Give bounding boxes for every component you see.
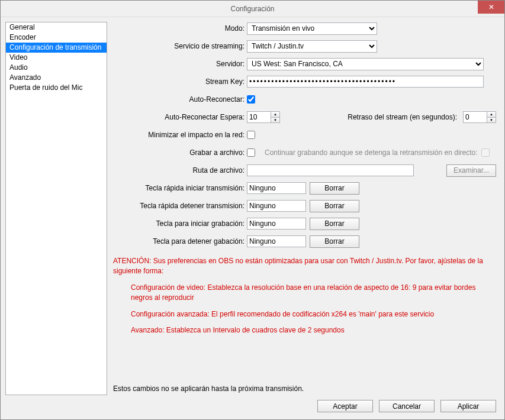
service-select[interactable]: Twitch / Justin.tv	[247, 40, 377, 53]
hk-start-stream-label: Tecla rápida iniciar transmisión:	[111, 184, 247, 192]
stream-delay-input[interactable]	[463, 111, 487, 123]
apply-button[interactable]: Aplicar	[440, 400, 496, 412]
spinner-down-icon[interactable]: ▼	[487, 118, 496, 123]
hk-start-record-clear-button[interactable]: Borrar	[310, 218, 359, 230]
spinner-down-icon[interactable]: ▼	[271, 118, 279, 123]
filepath-input	[247, 164, 414, 176]
browse-button: Examinar...	[446, 164, 496, 177]
autoreconnect-label: Auto-Reconectar:	[111, 95, 247, 104]
autoreconnect-wait-input[interactable]	[247, 111, 271, 123]
hk-start-stream-clear-button[interactable]: Borrar	[310, 182, 359, 195]
hk-stop-stream-input[interactable]	[247, 200, 306, 212]
hk-start-record-input[interactable]	[247, 218, 306, 230]
ok-button[interactable]: Aceptar	[317, 400, 373, 412]
hk-stop-record-input[interactable]	[247, 235, 306, 247]
hk-stop-stream-label: Tecla rápida detener transmision:	[111, 202, 247, 210]
apply-note: Estos cambios no se aplicarán hasta la p…	[111, 382, 496, 395]
warning-line-4: Avanzado: Establezca un Intervalo de cua…	[113, 325, 494, 335]
window-body: General Encoder Configuración de transmi…	[1, 17, 504, 419]
mode-select[interactable]: Transmisión en vivo	[247, 22, 377, 35]
stream-delay-spinner[interactable]: ▲ ▼	[463, 111, 496, 123]
window-title: Configuración	[1, 5, 504, 13]
sidebar-item-general[interactable]: General	[6, 22, 107, 33]
category-sidebar[interactable]: General Encoder Configuración de transmi…	[5, 22, 107, 395]
warning-line-1: ATENCIÓN: Sus preferencias en OBS no est…	[113, 256, 494, 277]
dialog-buttons: Aceptar Cancelar Aplicar	[5, 395, 500, 415]
close-icon: ✕	[488, 3, 494, 11]
streamkey-input[interactable]	[247, 76, 484, 88]
hk-stop-record-label: Tecla para detener gabación:	[111, 237, 247, 245]
autoreconnect-wait-label: Auto-Reconectar Espera:	[111, 113, 247, 121]
main-area: General Encoder Configuración de transmi…	[5, 22, 500, 395]
warning-line-3: Configuración avanzada: El perfil recome…	[113, 309, 494, 319]
sidebar-item-audio[interactable]: Audio	[6, 63, 107, 73]
sidebar-item-video[interactable]: Video	[6, 53, 107, 63]
minimize-impact-label: Minimizar el impacto en la red:	[111, 131, 247, 139]
sidebar-item-broadcast[interactable]: Configuración de transmisión	[6, 43, 107, 53]
cancel-button[interactable]: Cancelar	[379, 400, 435, 412]
record-file-checkbox[interactable]	[247, 148, 255, 157]
spinner-up-icon[interactable]: ▲	[487, 112, 496, 118]
stream-delay-label: Retraso del stream (en segundos):	[348, 113, 459, 121]
spinner-up-icon[interactable]: ▲	[271, 112, 279, 118]
record-file-label: Grabar a archivo:	[111, 148, 247, 157]
settings-window: Configuración ✕ General Encoder Configur…	[0, 0, 505, 420]
warning-line-2: Configuración de video: Establezca la re…	[113, 283, 494, 303]
hk-start-record-label: Tecla para iniciar grabación:	[111, 219, 247, 228]
filepath-label: Ruta de archivo:	[111, 166, 247, 175]
service-label: Servicio de streaming:	[111, 42, 247, 50]
sidebar-item-advanced[interactable]: Avanzado	[6, 73, 107, 83]
minimize-impact-checkbox[interactable]	[247, 131, 255, 139]
optimization-warning: ATENCIÓN: Sus preferencias en OBS no est…	[111, 253, 496, 345]
settings-content: Modo: Transmisión en vivo Servicio de st…	[111, 22, 500, 395]
streamkey-label: Stream Key:	[111, 77, 247, 86]
autoreconnect-checkbox[interactable]	[247, 95, 255, 104]
close-button[interactable]: ✕	[478, 1, 504, 14]
sidebar-item-noisegate[interactable]: Puerta de ruido del Mic	[6, 83, 107, 93]
hk-start-stream-input[interactable]	[247, 182, 306, 194]
server-label: Servidor:	[111, 60, 247, 68]
hk-stop-stream-clear-button[interactable]: Borrar	[310, 200, 359, 212]
autoreconnect-wait-spinner[interactable]: ▲ ▼	[247, 111, 280, 123]
server-select[interactable]: US West: San Francisco, CA	[247, 58, 484, 70]
sidebar-item-encoder[interactable]: Encoder	[6, 33, 107, 43]
hk-stop-record-clear-button[interactable]: Borrar	[310, 235, 359, 248]
titlebar: Configuración ✕	[1, 1, 504, 17]
continue-recording-label: Continuar grabando aunque se detenga la …	[265, 148, 478, 157]
mode-label: Modo:	[111, 24, 247, 33]
continue-recording-checkbox	[481, 148, 490, 157]
